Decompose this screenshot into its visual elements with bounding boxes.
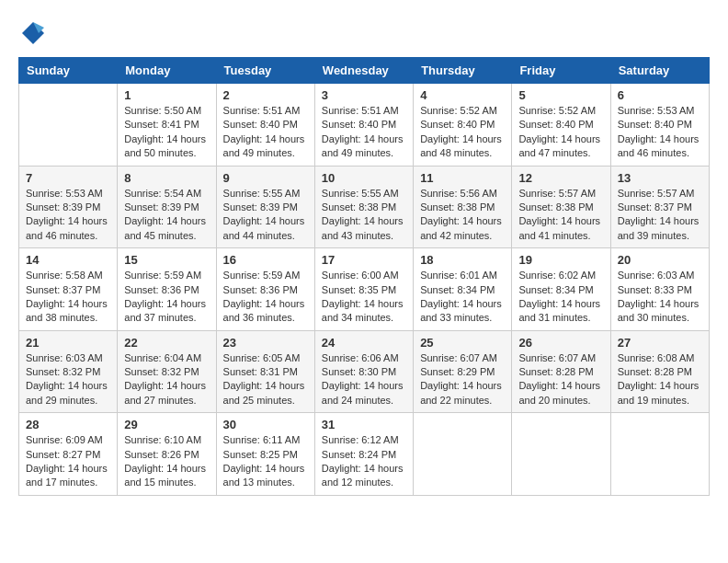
day-info: Sunrise: 6:02 AMSunset: 8:34 PMDaylight:… [518,269,603,326]
day-number: 17 [322,253,406,267]
day-info: Sunrise: 5:56 AMSunset: 8:38 PMDaylight:… [420,187,505,244]
day-info: Sunrise: 6:01 AMSunset: 8:34 PMDaylight:… [420,269,505,326]
day-info: Sunrise: 5:51 AMSunset: 8:40 PMDaylight:… [223,104,308,161]
day-info: Sunrise: 6:06 AMSunset: 8:30 PMDaylight:… [322,351,406,408]
day-number: 7 [26,171,110,185]
day-info: Sunrise: 6:03 AMSunset: 8:33 PMDaylight:… [618,269,702,326]
calendar-cell: 13Sunrise: 5:57 AMSunset: 8:37 PMDayligh… [610,166,709,248]
day-header-friday: Friday [512,58,610,84]
calendar-cell: 31Sunrise: 6:12 AMSunset: 8:24 PMDayligh… [314,413,413,496]
day-number: 19 [518,253,603,267]
calendar-cell: 20Sunrise: 6:03 AMSunset: 8:33 PMDayligh… [610,248,709,331]
day-info: Sunrise: 5:59 AMSunset: 8:36 PMDaylight:… [223,269,308,326]
day-info: Sunrise: 5:53 AMSunset: 8:39 PMDaylight:… [26,187,110,244]
day-number: 21 [26,336,110,350]
day-number: 6 [618,88,702,102]
day-number: 16 [223,253,308,267]
calendar-cell: 21Sunrise: 6:03 AMSunset: 8:32 PMDayligh… [19,330,118,413]
calendar-cell: 12Sunrise: 5:57 AMSunset: 8:38 PMDayligh… [512,166,610,248]
day-number: 1 [124,88,209,102]
day-number: 31 [322,418,406,431]
logo [18,18,51,48]
day-header-sunday: Sunday [19,58,118,84]
calendar-cell: 17Sunrise: 6:00 AMSunset: 8:35 PMDayligh… [314,248,413,331]
calendar-table: SundayMondayTuesdayWednesdayThursdayFrid… [18,57,710,496]
day-header-monday: Monday [118,58,216,84]
day-info: Sunrise: 5:52 AMSunset: 8:40 PMDaylight:… [518,104,603,161]
calendar-cell: 16Sunrise: 5:59 AMSunset: 8:36 PMDayligh… [216,248,314,331]
page-header [18,18,710,48]
day-info: Sunrise: 5:58 AMSunset: 8:37 PMDaylight:… [26,269,110,326]
calendar-cell: 27Sunrise: 6:08 AMSunset: 8:28 PMDayligh… [610,330,709,413]
calendar-cell: 23Sunrise: 6:05 AMSunset: 8:31 PMDayligh… [216,330,314,413]
svg-marker-0 [22,22,44,44]
day-header-saturday: Saturday [610,58,709,84]
day-number: 10 [322,171,406,185]
day-header-wednesday: Wednesday [314,58,413,84]
days-header-row: SundayMondayTuesdayWednesdayThursdayFrid… [19,58,710,84]
calendar-cell: 1Sunrise: 5:50 AMSunset: 8:41 PMDaylight… [118,84,216,167]
week-row-2: 7Sunrise: 5:53 AMSunset: 8:39 PMDaylight… [19,166,710,248]
day-number: 11 [420,171,505,185]
day-info: Sunrise: 5:50 AMSunset: 8:41 PMDaylight:… [124,104,209,161]
day-number: 22 [124,336,209,350]
calendar-cell: 15Sunrise: 5:59 AMSunset: 8:36 PMDayligh… [118,248,216,331]
calendar-cell: 29Sunrise: 6:10 AMSunset: 8:26 PMDayligh… [118,413,216,496]
day-info: Sunrise: 5:53 AMSunset: 8:40 PMDaylight:… [618,104,702,161]
day-info: Sunrise: 6:08 AMSunset: 8:28 PMDaylight:… [618,351,702,408]
day-info: Sunrise: 6:00 AMSunset: 8:35 PMDaylight:… [322,269,406,326]
day-number: 13 [618,171,702,185]
day-info: Sunrise: 6:07 AMSunset: 8:29 PMDaylight:… [420,351,505,408]
calendar-cell: 10Sunrise: 5:55 AMSunset: 8:38 PMDayligh… [314,166,413,248]
calendar-cell: 19Sunrise: 6:02 AMSunset: 8:34 PMDayligh… [512,248,610,331]
day-info: Sunrise: 6:12 AMSunset: 8:24 PMDaylight:… [322,433,406,490]
calendar-cell: 26Sunrise: 6:07 AMSunset: 8:28 PMDayligh… [512,330,610,413]
day-number: 28 [26,418,110,431]
day-number: 8 [124,171,209,185]
calendar-cell: 4Sunrise: 5:52 AMSunset: 8:40 PMDaylight… [414,84,512,167]
day-info: Sunrise: 6:09 AMSunset: 8:27 PMDaylight:… [26,433,110,490]
day-number: 30 [223,418,308,431]
week-row-1: 1Sunrise: 5:50 AMSunset: 8:41 PMDaylight… [19,84,710,167]
calendar-cell: 6Sunrise: 5:53 AMSunset: 8:40 PMDaylight… [610,84,709,167]
day-number: 24 [322,336,406,350]
day-number: 5 [518,88,603,102]
day-number: 26 [518,336,603,350]
day-info: Sunrise: 6:11 AMSunset: 8:25 PMDaylight:… [223,433,308,490]
day-number: 9 [223,171,308,185]
calendar-cell: 5Sunrise: 5:52 AMSunset: 8:40 PMDaylight… [512,84,610,167]
day-info: Sunrise: 5:54 AMSunset: 8:39 PMDaylight:… [124,187,209,244]
calendar-cell: 11Sunrise: 5:56 AMSunset: 8:38 PMDayligh… [414,166,512,248]
calendar-cell: 24Sunrise: 6:06 AMSunset: 8:30 PMDayligh… [314,330,413,413]
day-info: Sunrise: 6:10 AMSunset: 8:26 PMDaylight:… [124,433,209,490]
day-info: Sunrise: 6:05 AMSunset: 8:31 PMDaylight:… [223,351,308,408]
calendar-cell: 14Sunrise: 5:58 AMSunset: 8:37 PMDayligh… [19,248,118,331]
week-row-5: 28Sunrise: 6:09 AMSunset: 8:27 PMDayligh… [19,413,710,496]
day-number: 15 [124,253,209,267]
day-number: 27 [618,336,702,350]
calendar-cell: 18Sunrise: 6:01 AMSunset: 8:34 PMDayligh… [414,248,512,331]
day-number: 25 [420,336,505,350]
calendar-cell: 2Sunrise: 5:51 AMSunset: 8:40 PMDaylight… [216,84,314,167]
day-info: Sunrise: 6:03 AMSunset: 8:32 PMDaylight:… [26,351,110,408]
calendar-cell [610,413,709,496]
calendar-cell: 30Sunrise: 6:11 AMSunset: 8:25 PMDayligh… [216,413,314,496]
day-number: 18 [420,253,505,267]
calendar-cell [414,413,512,496]
day-info: Sunrise: 5:52 AMSunset: 8:40 PMDaylight:… [420,104,505,161]
day-number: 12 [518,171,603,185]
calendar-cell [512,413,610,496]
day-number: 29 [124,418,209,431]
day-number: 2 [223,88,308,102]
calendar-cell: 28Sunrise: 6:09 AMSunset: 8:27 PMDayligh… [19,413,118,496]
day-info: Sunrise: 5:57 AMSunset: 8:37 PMDaylight:… [618,187,702,244]
day-info: Sunrise: 5:57 AMSunset: 8:38 PMDaylight:… [518,187,603,244]
calendar-cell: 7Sunrise: 5:53 AMSunset: 8:39 PMDaylight… [19,166,118,248]
calendar-cell [19,84,118,167]
day-info: Sunrise: 6:04 AMSunset: 8:32 PMDaylight:… [124,351,209,408]
day-number: 14 [26,253,110,267]
day-header-tuesday: Tuesday [216,58,314,84]
day-number: 23 [223,336,308,350]
day-info: Sunrise: 5:59 AMSunset: 8:36 PMDaylight:… [124,269,209,326]
day-info: Sunrise: 5:51 AMSunset: 8:40 PMDaylight:… [322,104,406,161]
